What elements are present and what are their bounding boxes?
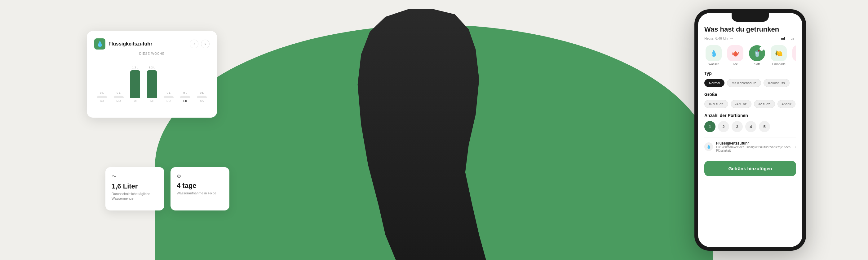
unit-toggle: ml oz <box>779 36 796 41</box>
bar-label-6: 0 L <box>200 91 204 95</box>
bar-label-4: 0 L <box>166 91 170 95</box>
bar-label-0: 0 L <box>100 91 104 95</box>
chart-week-label: DIESE WOCHE <box>94 52 210 55</box>
chart-bar-group-sa: 0 L SA <box>195 91 208 103</box>
chart-bar-group-so: 0 L SO <box>95 91 108 103</box>
bar-day-5: FR <box>183 99 187 103</box>
drink-type-tea[interactable]: 🫖 Tee <box>726 45 745 66</box>
unit-ml[interactable]: ml <box>779 36 787 41</box>
bar-fr <box>180 96 190 98</box>
chart-prev-button[interactable]: ‹ <box>190 40 198 48</box>
type-pill-normal[interactable]: Normal <box>704 79 724 87</box>
stat-value-2: 4 tage <box>177 182 223 190</box>
drink-type-juice[interactable]: ✓ 🥤 Saft <box>748 45 766 66</box>
lemonade-icon-bg: 🍋 <box>771 45 787 61</box>
portion-2[interactable]: 2 <box>718 121 729 132</box>
bar-label-5: 0 L <box>183 91 187 95</box>
portion-selector: 1 2 3 4 5 <box>704 121 796 132</box>
drink-type-water[interactable]: 💧 Wasser <box>704 45 723 66</box>
phone-mockup: Was hast du getrunken Heute, 6:46 Uhr ✏ … <box>694 9 806 251</box>
size-pills-row: 16.9 fl. oz. 24 fl. oz. 32 fl. oz. Añadi… <box>704 100 796 108</box>
bar-label-1: 0 L <box>117 91 121 95</box>
info-water-icon: 💧 <box>704 142 713 151</box>
drink-type-alc[interactable]: 🍺 Alc <box>791 45 796 66</box>
chart-bar-group-mi: 1,2 L MI <box>145 66 158 103</box>
portion-section-label: Anzahl der Portionen <box>704 113 796 118</box>
chart-bar-group-mo: 0 L MO <box>112 91 125 103</box>
tea-icon-bg: 🫖 <box>727 45 743 61</box>
phone-time: Heute, 6:46 Uhr <box>704 37 728 40</box>
stat-icon-1: 〜 <box>112 173 158 180</box>
portion-4[interactable]: 4 <box>745 121 756 132</box>
portion-1[interactable]: 1 <box>704 121 715 132</box>
chart-bars: 0 L SO 0 L MO 1,2 L DI 1,2 L MI 0 L DO <box>94 59 210 103</box>
portion-3[interactable]: 3 <box>732 121 743 132</box>
chart-navigation: ‹ › <box>190 40 210 48</box>
type-pill-sparkling[interactable]: mit Kohlensäure <box>727 79 761 87</box>
chart-bar-group-do: 0 L DO <box>162 91 175 103</box>
bar-di <box>130 70 140 98</box>
drink-types-row: 💧 Wasser 🫖 Tee ✓ 🥤 Saft 🍋 Limonade <box>704 45 796 66</box>
bar-do <box>164 96 174 98</box>
stat-desc-1: Durchschnittliche tägliche Wassermenge <box>112 192 158 201</box>
phone-content: Was hast du getrunken Heute, 6:46 Uhr ✏ … <box>698 24 802 247</box>
size-pill-32[interactable]: 32 fl. oz. <box>754 100 775 108</box>
stat-icon-2: ⚙ <box>177 173 223 179</box>
stat-value-1: 1,6 Liter <box>112 182 158 190</box>
stat-card-average: 〜 1,6 Liter Durchschnittliche tägliche W… <box>105 167 164 211</box>
bar-day-3: MI <box>150 99 153 103</box>
type-pills-row: Normal mit Kohlensäure Kokosnuss <box>704 79 796 87</box>
size-pill-169[interactable]: 16.9 fl. oz. <box>704 100 728 108</box>
fluid-info-row[interactable]: 💧 Flüssigkeitszufuhr Die Wirksamkeit der… <box>704 137 796 156</box>
stat-card-streak: ⚙ 4 tage Wasseraufnahme in Folge <box>170 167 229 211</box>
man-silhouette <box>347 9 521 260</box>
unit-oz[interactable]: oz <box>788 36 796 41</box>
drink-label-lemonade: Limonade <box>772 63 785 66</box>
phone-notch <box>732 13 769 22</box>
edit-icon[interactable]: ✏ <box>731 37 733 41</box>
drink-label-tea: Tee <box>733 63 738 66</box>
size-pill-add[interactable]: Añadir <box>777 100 796 108</box>
info-text-content: Flüssigkeitszufuhr Die Wirksamkeit der F… <box>716 141 792 152</box>
chart-title-row: 💧 Flüssigkeitszufuhr <box>94 38 152 49</box>
stat-desc-2: Wasseraufnahme in Folge <box>177 191 223 196</box>
type-pill-coconut[interactable]: Kokosnuss <box>764 79 789 87</box>
bar-label-2: 1,2 L <box>132 66 138 69</box>
drink-label-water: Wasser <box>708 63 719 66</box>
size-section-label: Größe <box>704 92 796 97</box>
drink-label-juice: Saft <box>754 63 760 66</box>
water-drop-icon: 💧 <box>94 38 105 49</box>
type-section-label: Typ <box>704 71 796 76</box>
info-title: Flüssigkeitszufuhr <box>716 141 792 146</box>
size-pill-24[interactable]: 24 fl. oz. <box>731 100 752 108</box>
portion-5[interactable]: 5 <box>759 121 770 132</box>
chart-title: Flüssigkeitszufuhr <box>108 41 152 47</box>
bar-label-3: 1,2 L <box>149 66 155 69</box>
drink-type-lemonade[interactable]: 🍋 Limonade <box>769 45 788 66</box>
bar-mi <box>147 70 157 98</box>
bar-sa <box>197 96 207 98</box>
alc-icon-bg: 🍺 <box>793 45 796 61</box>
hero-image <box>326 6 542 260</box>
bar-day-2: DI <box>134 99 137 103</box>
chart-bar-group-fr: 0 L FR <box>179 91 192 103</box>
chart-header: 💧 Flüssigkeitszufuhr ‹ › <box>94 38 210 49</box>
add-drink-button[interactable]: Getränk hinzufügen <box>704 161 796 176</box>
info-arrow-icon: › <box>795 144 796 149</box>
phone-heading: Was hast du getrunken <box>704 25 779 33</box>
phone-subheading: Heute, 6:46 Uhr ✏ ml oz <box>704 36 796 41</box>
bar-day-1: MO <box>116 99 121 103</box>
info-desc: Die Wirksamkeit der Flüssigkeitszufuhr v… <box>716 146 792 152</box>
juice-icon-bg: ✓ 🥤 <box>749 45 765 61</box>
chart-bar-group-di: 1,2 L DI <box>129 66 142 103</box>
bar-so <box>97 96 107 98</box>
phone-screen: Was hast du getrunken Heute, 6:46 Uhr ✏ … <box>698 13 802 247</box>
bar-day-6: SA <box>200 99 204 103</box>
bar-day-0: SO <box>100 99 104 103</box>
chart-next-button[interactable]: › <box>201 40 210 48</box>
water-chart-card: 💧 Flüssigkeitszufuhr ‹ › DIESE WOCHE 0 L… <box>87 31 217 118</box>
bar-mo <box>114 96 124 98</box>
bar-day-4: DO <box>166 99 171 103</box>
